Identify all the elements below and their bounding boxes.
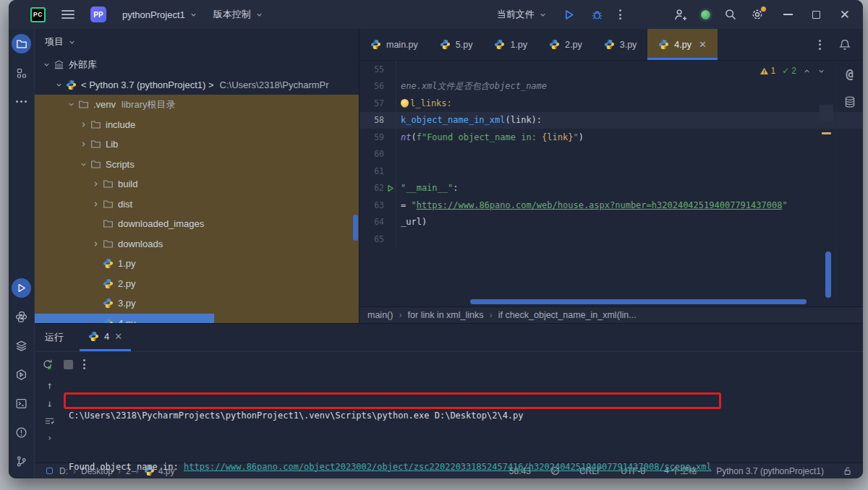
tree-item-.venv[interactable]: .venvlibrary根目录 [35,95,359,115]
tree-item-4.py[interactable]: 4.py [35,314,359,324]
settings-button[interactable] [751,8,764,21]
code-with-me-status-icon[interactable] [701,10,710,20]
tree-item-build[interactable]: build [35,174,359,194]
maximize-button[interactable] [812,11,820,19]
search-button[interactable] [724,8,737,21]
console-more-button[interactable] [83,359,85,369]
run-tool-button[interactable] [12,278,31,298]
chevron-right-icon[interactable] [90,240,101,248]
close-icon[interactable]: ✕ [699,39,707,50]
stop-button[interactable] [64,360,73,369]
tree-item-3.py[interactable]: 3.py [35,293,359,314]
tree-scrollbar[interactable] [353,215,358,241]
python-packages-tool-button[interactable] [12,307,31,327]
tree-item-1.py[interactable]: 1.py [35,254,359,274]
line-number[interactable]: 56 [359,81,384,91]
project-selector[interactable]: pythonProject1 [122,9,197,20]
debug-button[interactable] [591,9,603,21]
tree-item--[interactable]: 外部库 [35,55,359,75]
structure-tool-button[interactable] [12,63,31,82]
line-number[interactable]: 57 [359,98,384,108]
more-actions-button[interactable] [619,9,621,20]
breadcrumb-item[interactable]: for link in xml_links [408,310,484,320]
chevron-right-icon[interactable] [77,121,89,129]
warning-stripe-mark[interactable] [822,132,831,134]
line-number[interactable]: 64 [359,217,384,227]
chevron-right-icon[interactable] [90,180,101,188]
line-number[interactable]: 55 [359,64,384,74]
services-tool-button[interactable] [12,336,31,356]
tab-4-py[interactable]: 4.py✕ [647,29,718,60]
project-badge[interactable]: PP [90,7,106,22]
tree-item--python-3.7-pythonproject1-[interactable]: < Python 3.7 (pythonProject1) >C:\Users\… [35,75,359,95]
path-item[interactable]: D: [59,466,68,476]
expand-button[interactable]: › [47,433,52,443]
soft-wrap-button[interactable] [44,416,55,426]
version-control-tool-button[interactable] [12,452,31,471]
line-number[interactable]: 63 [359,200,384,210]
chevron-down-icon[interactable] [77,160,89,168]
line-number[interactable]: 61 [359,166,384,176]
breadcrumb-item[interactable]: main() [367,310,393,320]
chevron-right-icon[interactable] [90,200,101,208]
tab-2-py[interactable]: 2.py [538,29,593,60]
line-number[interactable]: 60 [359,149,384,159]
tree-item-label: dist [118,199,132,210]
console-output[interactable]: C:\Users\2318\PycharmProjects\pythonProj… [69,374,712,478]
ai-assistant-icon[interactable]: @ [846,66,853,81]
vcs-selector[interactable]: 版本控制 [213,8,263,21]
project-panel-header[interactable]: 项目 [35,29,359,55]
close-icon[interactable]: ✕ [114,331,122,342]
run-button[interactable] [563,9,575,21]
line-number[interactable]: 65 [359,234,384,244]
python-interpreter[interactable]: Python 3.7 (pythonProject1) [716,466,824,476]
console-link[interactable]: https://www.86pano.com/object2023002/obj… [184,462,712,472]
up-arrow-button[interactable]: ↑ [46,379,52,391]
code-line-64: 64_url) [359,214,863,231]
tab-main-py[interactable]: main.py [359,29,429,60]
tree-item-lib[interactable]: Lib [35,134,359,155]
down-arrow-button[interactable]: ↓ [46,397,52,409]
breadcrumb-item[interactable]: if check_object_name_in_xml(lin... [498,310,637,320]
chevron-down-icon[interactable] [65,100,77,108]
editor-vertical-scrollbar[interactable] [825,252,831,298]
tree-item-scripts[interactable]: Scripts [35,155,359,175]
database-icon[interactable] [843,95,856,108]
project-tool-button[interactable] [12,34,31,53]
notifications-bell-button[interactable] [838,38,851,51]
tree-item-dist[interactable]: dist [35,194,359,215]
line-number[interactable]: 62 [359,183,384,193]
terminal-tool-button[interactable] [12,394,31,413]
line-number[interactable]: 58 [359,115,384,125]
chevron-right-icon[interactable] [77,140,89,148]
minimize-button[interactable] [783,14,793,15]
add-user-button[interactable] [673,8,687,22]
main-menu-icon[interactable] [61,10,75,19]
run-tab[interactable]: 4 ✕ [80,324,131,351]
tree-item-downloads[interactable]: downloads [35,234,359,254]
run-dashboard-tool-button[interactable] [12,365,31,384]
close-button[interactable]: ✕ [840,9,850,21]
problems-tool-button[interactable] [12,423,31,442]
line-number[interactable]: 59 [359,132,384,142]
tab-1-py[interactable]: 1.py [483,29,538,60]
tree-item-include[interactable]: include [35,115,359,135]
editor-horizontal-scrollbar[interactable] [470,299,807,304]
tree-item-downloaded_images[interactable]: downloaded_images [35,214,359,234]
intention-bulb-icon[interactable] [401,99,409,107]
prev-problem-button[interactable] [803,67,811,75]
tab-5-py[interactable]: 5.py [429,29,484,60]
tree-item-2.py[interactable]: 2.py [35,274,359,294]
run-config-selector[interactable]: 当前文件 [497,8,547,21]
run-line-icon[interactable] [384,184,396,192]
inspections-widget[interactable]: 1 ✓ 2 [760,66,825,76]
chevron-down-icon[interactable] [53,81,64,89]
more-tools-button[interactable] [12,92,31,111]
code-editor[interactable]: 5556ene.xml文件是否包含object_name57l_links:58… [359,61,863,306]
next-problem-button[interactable] [817,67,825,75]
tab-3-py[interactable]: 3.py [593,29,648,60]
chevron-down-icon[interactable] [41,61,52,69]
tab-options-button[interactable] [819,40,821,50]
rerun-button[interactable] [42,358,54,370]
unlocked-icon[interactable] [843,466,853,476]
